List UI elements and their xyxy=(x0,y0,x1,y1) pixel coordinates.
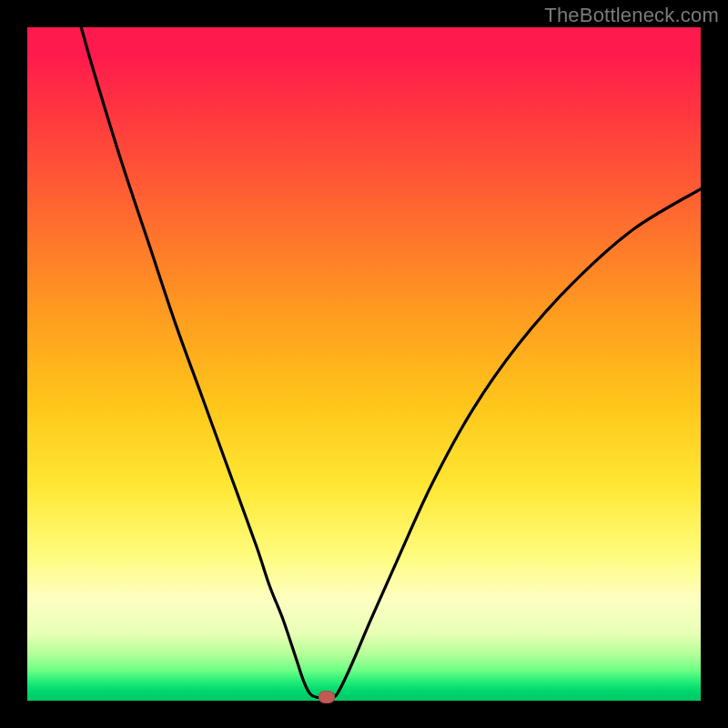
plot-area xyxy=(27,27,701,701)
chart-frame: TheBottleneck.com xyxy=(0,0,728,728)
bottleneck-curve xyxy=(27,27,701,701)
optimum-marker xyxy=(318,691,335,703)
watermark-text: TheBottleneck.com xyxy=(544,4,719,27)
